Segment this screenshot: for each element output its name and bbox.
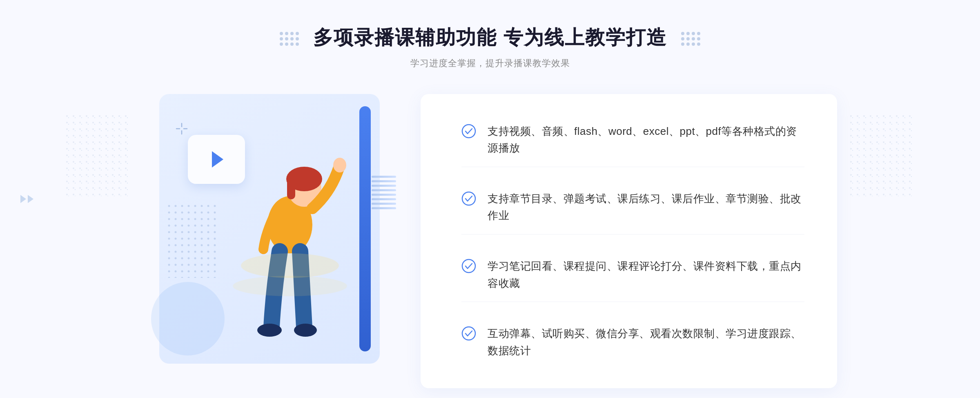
svg-point-16 (462, 192, 475, 205)
feature-item-1: 支持视频、音频、flash、word、excel、ppt、pdf等各种格式的资源… (461, 113, 804, 167)
sub-title: 学习进度全掌握，提升录播课教学效果 (272, 57, 708, 69)
feature-item-3: 学习笔记回看、课程提问、课程评论打分、课件资料下载，重点内容收藏 (461, 248, 804, 302)
check-icon-4 (461, 326, 476, 341)
left-chevron-decoration (20, 195, 33, 203)
right-features-panel: 支持视频、音频、flash、word、excel、ppt、pdf等各种格式的资源… (421, 94, 837, 388)
left-grid-decorator (280, 32, 299, 46)
svg-point-5 (257, 324, 282, 337)
svg-rect-10 (167, 204, 216, 278)
feature-item-2: 支持章节目录、弹题考试、课后练习、课后作业、章节测验、批改作业 (461, 181, 804, 235)
main-title: 多项录播课辅助功能 专为线上教学打造 (272, 25, 708, 51)
feature-text-4: 互动弹幕、试听购买、微信分享、观看次数限制、学习进度跟踪、数据统计 (488, 325, 804, 359)
svg-point-7 (241, 253, 339, 278)
svg-point-4 (333, 158, 346, 172)
right-grid-decorator (681, 32, 700, 46)
dot-pattern-left (65, 114, 131, 196)
feature-text-1: 支持视频、音频、flash、word、excel、ppt、pdf等各种格式的资源… (488, 123, 804, 157)
dot-pattern-right (849, 114, 915, 196)
header-section: 多项录播课辅助功能 专为线上教学打造 学习进度全掌握，提升录播课教学效果 (272, 25, 708, 69)
page-container: 多项录播课辅助功能 专为线上教学打造 学习进度全掌握，提升录播课教学效果 (0, 0, 980, 398)
left-illustration-panel (143, 94, 421, 380)
svg-rect-3 (287, 179, 295, 199)
feature-item-4: 互动弹幕、试听购买、微信分享、观看次数限制、学习进度跟踪、数据统计 (461, 315, 804, 369)
check-icon-1 (461, 124, 476, 139)
illustration-container (163, 102, 376, 364)
svg-point-18 (462, 327, 475, 340)
dot-pattern-illustration (167, 204, 216, 278)
feature-text-3: 学习笔记回看、课程提问、课程评论打分、课件资料下载，重点内容收藏 (488, 258, 804, 292)
human-figure-svg (233, 143, 347, 356)
feature-text-2: 支持章节目录、弹题考试、课后练习、课后作业、章节测验、批改作业 (488, 190, 804, 224)
content-area: 支持视频、音频、flash、word、excel、ppt、pdf等各种格式的资源… (143, 94, 837, 388)
svg-point-15 (462, 125, 475, 138)
star-decoration (176, 123, 188, 136)
svg-rect-20 (65, 114, 131, 196)
svg-point-17 (462, 259, 475, 273)
check-icon-2 (461, 191, 476, 206)
svg-point-8 (233, 276, 347, 296)
svg-point-6 (294, 324, 317, 337)
play-icon (212, 151, 223, 168)
check-icon-3 (461, 259, 476, 273)
svg-rect-22 (849, 114, 915, 196)
